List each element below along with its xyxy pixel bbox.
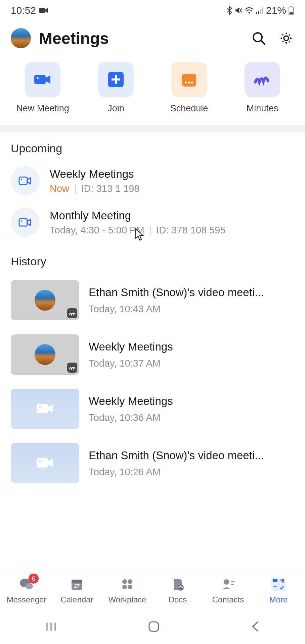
history-item[interactable]: Ethan Smith (Snow)'s video meeti... Toda…	[0, 275, 305, 330]
svg-rect-44	[231, 584, 234, 585]
history-item[interactable]: Ethan Smith (Snow)'s video meeti... Toda…	[0, 438, 305, 493]
docs-icon	[170, 577, 185, 592]
bottom-navigation: 6 Messenger 27 Calendar Workplace Docs C…	[0, 572, 305, 610]
nav-docs[interactable]: Docs	[154, 577, 201, 604]
nav-calendar[interactable]: 27 Calendar	[53, 577, 100, 604]
svg-rect-14	[34, 75, 46, 84]
history-time: Today, 10:37 AM	[89, 358, 294, 369]
action-row: New Meeting Join Schedule Minutes	[0, 58, 305, 125]
history-time: Today, 10:43 AM	[89, 304, 294, 315]
home-button[interactable]	[147, 620, 161, 635]
svg-point-40	[128, 585, 132, 589]
history-item[interactable]: Weekly Meetings Today, 10:36 AM	[0, 384, 305, 438]
upcoming-meeting-item[interactable]: Monthly Meeting Today, 4:30 - 5:00 PM | …	[0, 204, 305, 246]
meeting-title: Monthly Meeting	[50, 209, 226, 222]
meeting-id: ID: 313 1 198	[81, 183, 140, 194]
svg-point-23	[191, 82, 193, 84]
history-thumbnail	[11, 389, 79, 429]
search-icon[interactable]	[251, 30, 267, 46]
video-camera-outline-icon	[11, 166, 40, 195]
svg-point-31	[39, 461, 41, 463]
svg-point-27	[21, 220, 22, 222]
contacts-icon	[221, 577, 235, 592]
history-text: Ethan Smith (Snow)'s video meeti... Toda…	[89, 286, 294, 315]
video-camera-icon	[35, 455, 55, 471]
upcoming-meeting-item[interactable]: Weekly Meetings Now | ID: 313 1 198	[0, 162, 305, 204]
svg-rect-28	[37, 404, 48, 413]
status-left: 10:52	[11, 5, 48, 16]
separator: |	[74, 183, 77, 194]
nav-more[interactable]: More	[255, 577, 302, 604]
back-button[interactable]	[251, 621, 260, 634]
nav-messenger[interactable]: 6 Messenger	[3, 577, 50, 604]
svg-point-15	[37, 77, 39, 79]
now-tag: Now	[50, 183, 69, 194]
minutes-icon	[245, 62, 280, 97]
nav-label: Workplace	[108, 595, 146, 604]
svg-rect-10	[290, 12, 293, 14]
svg-rect-30	[37, 458, 48, 468]
svg-rect-7	[262, 7, 263, 14]
svg-rect-49	[149, 622, 159, 631]
history-time: Today, 10:26 AM	[89, 467, 294, 478]
upcoming-text: Monthly Meeting Today, 4:30 - 5:00 PM | …	[50, 209, 226, 236]
battery-icon	[288, 6, 294, 15]
svg-point-42	[224, 579, 229, 585]
svg-point-37	[122, 579, 127, 584]
history-title: Weekly Meetings	[89, 395, 294, 408]
nav-workplace[interactable]: Workplace	[104, 577, 151, 604]
battery-text: 21%	[266, 5, 286, 16]
meeting-title: Weekly Meetings	[50, 168, 140, 180]
nav-label: Docs	[169, 595, 187, 604]
history-text: Weekly Meetings Today, 10:36 AM	[89, 395, 294, 423]
svg-point-25	[21, 179, 22, 180]
video-record-icon	[39, 7, 48, 14]
action-label: New Meeting	[16, 103, 69, 114]
avatar[interactable]	[11, 28, 31, 48]
header: Meetings	[0, 19, 305, 58]
join-button[interactable]: Join	[87, 62, 144, 114]
minutes-button[interactable]: Minutes	[234, 62, 291, 114]
section-divider	[0, 125, 305, 132]
history-thumbnail	[11, 334, 79, 375]
nav-label: More	[269, 595, 288, 604]
svg-rect-24	[19, 177, 27, 184]
action-label: Schedule	[170, 103, 208, 114]
system-navigation	[0, 610, 305, 644]
svg-point-39	[122, 585, 127, 589]
history-title: Ethan Smith (Snow)'s video meeti...	[89, 449, 294, 462]
gear-icon[interactable]	[278, 30, 294, 46]
meeting-subtitle: Today, 4:30 - 5:00 PM | ID: 378 108 595	[50, 225, 226, 236]
calendar-icon: 27	[70, 577, 84, 592]
new-meeting-button[interactable]: New Meeting	[14, 62, 71, 114]
svg-point-29	[39, 406, 41, 408]
schedule-button[interactable]: Schedule	[161, 62, 218, 114]
history-thumbnail	[11, 443, 79, 483]
nav-label: Messenger	[7, 595, 47, 604]
header-actions	[251, 30, 294, 46]
status-time: 10:52	[11, 5, 36, 16]
svg-rect-4	[256, 12, 257, 14]
recents-button[interactable]	[45, 621, 57, 634]
meeting-subtitle: Now | ID: 313 1 198	[50, 183, 140, 194]
svg-rect-26	[19, 219, 27, 226]
minutes-badge-icon	[67, 363, 77, 373]
history-title: Ethan Smith (Snow)'s video meeti...	[89, 286, 294, 299]
history-section-title: History	[0, 246, 305, 275]
svg-rect-0	[39, 8, 45, 13]
svg-rect-5	[258, 11, 259, 14]
action-label: Minutes	[247, 103, 278, 114]
history-title: Weekly Meetings	[89, 340, 294, 353]
more-apps-icon	[271, 577, 286, 592]
bluetooth-icon	[226, 6, 232, 15]
meeting-id: ID: 378 108 595	[156, 225, 225, 236]
page-title: Meetings	[39, 29, 243, 48]
svg-point-41	[178, 585, 184, 591]
history-thumbnail	[11, 280, 79, 320]
svg-rect-6	[260, 9, 261, 14]
svg-line-12	[261, 41, 265, 44]
history-item[interactable]: Weekly Meetings Today, 10:37 AM	[0, 330, 305, 384]
history-text: Weekly Meetings Today, 10:37 AM	[89, 340, 294, 369]
meeting-time: Today, 4:30 - 5:00 PM	[50, 225, 144, 236]
nav-contacts[interactable]: Contacts	[205, 577, 252, 604]
